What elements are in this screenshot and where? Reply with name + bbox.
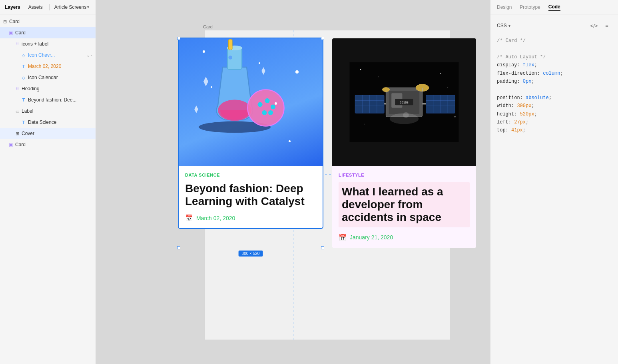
svg-point-48 [403, 112, 409, 118]
tab-design[interactable]: Design [497, 4, 512, 11]
star-4 [211, 86, 212, 88]
svg-point-10 [268, 110, 273, 115]
menu-button[interactable]: ≡ [602, 21, 612, 30]
css-dropdown[interactable]: CSS ▾ [497, 23, 510, 28]
svg-point-18 [378, 76, 379, 77]
handle-bl[interactable] [177, 246, 180, 249]
root-card-item[interactable]: ⊞ Card [0, 16, 96, 27]
code-view-button[interactable]: </> [589, 21, 599, 30]
layer-card-2[interactable]: ▣ Card [0, 139, 96, 150]
group-icon-2: ⠿ [14, 86, 20, 91]
cards-container: DATA SCIENCE Beyond fashion: Deep Learni… [205, 30, 450, 256]
svg-rect-11 [228, 39, 232, 50]
svg-marker-13 [203, 77, 208, 86]
layer-march-date[interactable]: T March 02, 2020 [0, 61, 96, 72]
layer-icon-chevron-label: Icon Chevr... [28, 52, 55, 58]
code-line-6: padding: 0px; [497, 78, 612, 86]
handle-br[interactable] [321, 246, 324, 249]
card-space-date: 📅 January 21, 2020 [339, 234, 470, 241]
card-science-content: DATA SCIENCE Beyond fashion: Deep Learni… [179, 166, 323, 228]
layer-card-1-label: Card [15, 30, 26, 36]
code-line-11: left: 27px; [497, 118, 612, 126]
layer-data-science-label: Data Science [28, 119, 56, 125]
canvas-area: DATA SCIENCE Beyond fashion: Deep Learni… [205, 30, 450, 340]
tab-prototype[interactable]: Prototype [520, 4, 540, 11]
layer-data-science[interactable]: T Data Science [0, 117, 96, 128]
text-icon-3: T [21, 119, 26, 125]
code-line-12: top: 41px; [497, 126, 612, 134]
root-card-label: Card [9, 19, 20, 24]
code-line-10: height: 520px; [497, 110, 612, 118]
svg-point-9 [262, 110, 267, 115]
component-indicator: ⌄~ [86, 53, 92, 58]
card-science-date-text: March 02, 2020 [196, 215, 235, 221]
layer-march-date-label: March 02, 2020 [28, 64, 61, 69]
layer-cover-label: Cover [22, 131, 34, 136]
space-image: CO1OS [332, 38, 476, 166]
layer-card-1[interactable]: ▣ Card [0, 27, 96, 38]
right-tabs: Design Prototype Code [490, 0, 618, 14]
layer-icons-label-text: icons + label [22, 41, 48, 47]
star-1 [203, 50, 205, 53]
root-card-icon: ⊞ [3, 19, 7, 24]
card-science[interactable]: DATA SCIENCE Beyond fashion: Deep Learni… [179, 38, 323, 228]
code-line-5: flex-direction: column; [497, 70, 612, 78]
code-line-1: /* Card */ [497, 37, 612, 45]
svg-point-22 [455, 116, 456, 117]
svg-point-6 [258, 102, 263, 107]
diamond-icon-1: ◇ [21, 52, 26, 58]
layer-icon-calendar[interactable]: ◇ Icon Calendar [0, 72, 96, 83]
layer-heading[interactable]: ⠿ Heading [0, 83, 96, 94]
card-space-wrapper: CO1OS [332, 38, 476, 248]
layer-icon-chevron[interactable]: ◇ Icon Chevr... ⌄~ [0, 50, 96, 61]
science-image [179, 38, 323, 166]
svg-point-7 [265, 98, 270, 103]
frame-icon-1: ▣ [8, 30, 14, 36]
nav-separator [49, 4, 50, 10]
css-header: CSS ▾ </> ≡ [497, 21, 612, 30]
group-icon-1: ⠿ [14, 41, 20, 47]
card-science-category: DATA SCIENCE [185, 173, 316, 177]
layer-beyond-fashion[interactable]: T Beyond fashion: Dee... [0, 94, 96, 105]
layer-heading-label: Heading [22, 86, 40, 91]
layer-card-2-label: Card [15, 142, 26, 147]
size-badge: 300 × 520 [239, 251, 263, 257]
layer-label-text: Label [22, 108, 33, 114]
tab-code[interactable]: Code [548, 3, 560, 11]
handle-tl[interactable] [177, 37, 180, 40]
handle-tr[interactable] [321, 37, 324, 40]
code-line-3: /* Auto Layout */ [497, 53, 612, 61]
code-line-4: display: flex; [497, 61, 612, 69]
layer-tree: ⊞ Card ▣ Card ⠿ icons + label ◇ Icon Che… [0, 14, 96, 364]
frame-icon-2: ▣ [8, 142, 14, 147]
assets-tab[interactable]: Assets [27, 4, 44, 11]
diamond-icon-2: ◇ [21, 75, 26, 80]
rect-icon-1: ▭ [14, 108, 20, 114]
card-space[interactable]: CO1OS [332, 38, 476, 248]
svg-marker-15 [194, 105, 198, 113]
star-5 [289, 140, 291, 142]
article-screens-dropdown[interactable]: Article Screens ▾ [54, 4, 90, 10]
card-space-category: LIFESTYLE [339, 173, 470, 177]
satellite-svg: CO1OS [348, 62, 460, 142]
article-screens-chevron: ▾ [87, 5, 89, 9]
canvas-label: Card [203, 24, 213, 29]
star-6 [275, 102, 277, 105]
svg-point-12 [228, 56, 232, 60]
star-2 [259, 62, 260, 64]
code-line-9: width: 300px; [497, 102, 612, 110]
layers-tab[interactable]: Layers [3, 4, 22, 11]
card-science-title: Beyond fashion: Deep Learning with Catal… [185, 182, 316, 208]
flask-svg [179, 38, 291, 134]
main-canvas: Card [96, 0, 490, 364]
right-panel-content: CSS ▾ </> ≡ /* Card */ /* Auto Layout */… [490, 14, 618, 364]
svg-point-8 [271, 105, 275, 109]
css-actions: </> ≡ [589, 21, 612, 30]
svg-point-23 [364, 124, 365, 125]
layer-cover[interactable]: ⊞ Cover [0, 128, 96, 139]
svg-text:CO1OS: CO1OS [400, 101, 409, 104]
svg-point-20 [447, 88, 448, 88]
layer-icons-label[interactable]: ⠿ icons + label [0, 38, 96, 50]
card-space-title: What I learned as a developer from accid… [339, 182, 470, 227]
layer-label[interactable]: ▭ Label [0, 105, 96, 117]
